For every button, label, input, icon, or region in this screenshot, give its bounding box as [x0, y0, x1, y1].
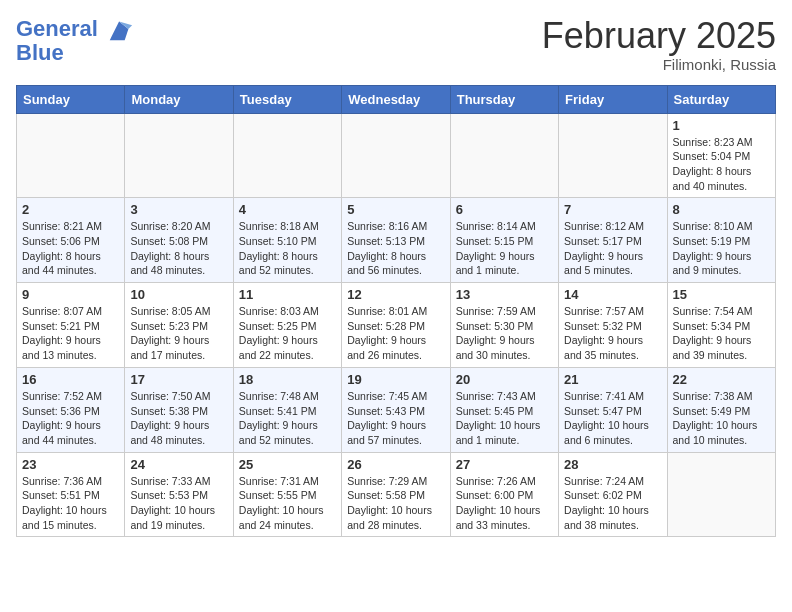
day-info: Sunrise: 8:05 AM Sunset: 5:23 PM Dayligh… — [130, 304, 227, 363]
calendar-cell: 16Sunrise: 7:52 AM Sunset: 5:36 PM Dayli… — [17, 367, 125, 452]
day-info: Sunrise: 8:14 AM Sunset: 5:15 PM Dayligh… — [456, 219, 553, 278]
day-number: 20 — [456, 372, 553, 387]
day-number: 9 — [22, 287, 119, 302]
day-info: Sunrise: 7:45 AM Sunset: 5:43 PM Dayligh… — [347, 389, 444, 448]
calendar-cell: 24Sunrise: 7:33 AM Sunset: 5:53 PM Dayli… — [125, 452, 233, 537]
day-number: 3 — [130, 202, 227, 217]
calendar-cell — [559, 113, 667, 198]
location: Filimonki, Russia — [542, 56, 776, 73]
calendar-cell — [342, 113, 450, 198]
day-info: Sunrise: 8:12 AM Sunset: 5:17 PM Dayligh… — [564, 219, 661, 278]
day-number: 5 — [347, 202, 444, 217]
day-number: 26 — [347, 457, 444, 472]
weekday-header-sunday: Sunday — [17, 85, 125, 113]
calendar-cell: 8Sunrise: 8:10 AM Sunset: 5:19 PM Daylig… — [667, 198, 775, 283]
day-info: Sunrise: 7:36 AM Sunset: 5:51 PM Dayligh… — [22, 474, 119, 533]
calendar-cell: 10Sunrise: 8:05 AM Sunset: 5:23 PM Dayli… — [125, 283, 233, 368]
weekday-header-tuesday: Tuesday — [233, 85, 341, 113]
calendar-cell — [450, 113, 558, 198]
calendar-cell: 15Sunrise: 7:54 AM Sunset: 5:34 PM Dayli… — [667, 283, 775, 368]
calendar-cell — [667, 452, 775, 537]
calendar-cell: 18Sunrise: 7:48 AM Sunset: 5:41 PM Dayli… — [233, 367, 341, 452]
weekday-header-monday: Monday — [125, 85, 233, 113]
day-number: 2 — [22, 202, 119, 217]
day-info: Sunrise: 7:33 AM Sunset: 5:53 PM Dayligh… — [130, 474, 227, 533]
day-info: Sunrise: 7:43 AM Sunset: 5:45 PM Dayligh… — [456, 389, 553, 448]
day-info: Sunrise: 7:38 AM Sunset: 5:49 PM Dayligh… — [673, 389, 770, 448]
day-number: 16 — [22, 372, 119, 387]
calendar-cell: 21Sunrise: 7:41 AM Sunset: 5:47 PM Dayli… — [559, 367, 667, 452]
calendar-cell: 22Sunrise: 7:38 AM Sunset: 5:49 PM Dayli… — [667, 367, 775, 452]
calendar-cell: 13Sunrise: 7:59 AM Sunset: 5:30 PM Dayli… — [450, 283, 558, 368]
calendar-cell: 5Sunrise: 8:16 AM Sunset: 5:13 PM Daylig… — [342, 198, 450, 283]
day-info: Sunrise: 7:31 AM Sunset: 5:55 PM Dayligh… — [239, 474, 336, 533]
day-number: 15 — [673, 287, 770, 302]
day-info: Sunrise: 7:59 AM Sunset: 5:30 PM Dayligh… — [456, 304, 553, 363]
calendar-cell: 1Sunrise: 8:23 AM Sunset: 5:04 PM Daylig… — [667, 113, 775, 198]
weekday-header-wednesday: Wednesday — [342, 85, 450, 113]
day-info: Sunrise: 8:23 AM Sunset: 5:04 PM Dayligh… — [673, 135, 770, 194]
calendar-cell: 7Sunrise: 8:12 AM Sunset: 5:17 PM Daylig… — [559, 198, 667, 283]
calendar-cell: 25Sunrise: 7:31 AM Sunset: 5:55 PM Dayli… — [233, 452, 341, 537]
calendar-cell: 3Sunrise: 8:20 AM Sunset: 5:08 PM Daylig… — [125, 198, 233, 283]
calendar-cell — [17, 113, 125, 198]
day-number: 21 — [564, 372, 661, 387]
day-number: 4 — [239, 202, 336, 217]
calendar-cell: 9Sunrise: 8:07 AM Sunset: 5:21 PM Daylig… — [17, 283, 125, 368]
calendar-cell: 20Sunrise: 7:43 AM Sunset: 5:45 PM Dayli… — [450, 367, 558, 452]
day-number: 28 — [564, 457, 661, 472]
day-number: 14 — [564, 287, 661, 302]
day-number: 23 — [22, 457, 119, 472]
day-info: Sunrise: 8:07 AM Sunset: 5:21 PM Dayligh… — [22, 304, 119, 363]
calendar-cell: 17Sunrise: 7:50 AM Sunset: 5:38 PM Dayli… — [125, 367, 233, 452]
calendar-cell — [233, 113, 341, 198]
day-number: 1 — [673, 118, 770, 133]
day-info: Sunrise: 7:24 AM Sunset: 6:02 PM Dayligh… — [564, 474, 661, 533]
calendar-table: SundayMondayTuesdayWednesdayThursdayFrid… — [16, 85, 776, 538]
weekday-header-friday: Friday — [559, 85, 667, 113]
day-info: Sunrise: 8:16 AM Sunset: 5:13 PM Dayligh… — [347, 219, 444, 278]
day-number: 12 — [347, 287, 444, 302]
day-number: 17 — [130, 372, 227, 387]
day-info: Sunrise: 7:54 AM Sunset: 5:34 PM Dayligh… — [673, 304, 770, 363]
day-info: Sunrise: 8:18 AM Sunset: 5:10 PM Dayligh… — [239, 219, 336, 278]
calendar-cell: 19Sunrise: 7:45 AM Sunset: 5:43 PM Dayli… — [342, 367, 450, 452]
day-info: Sunrise: 8:10 AM Sunset: 5:19 PM Dayligh… — [673, 219, 770, 278]
page-header: General Blue February 2025 Filimonki, Ru… — [16, 16, 776, 73]
day-info: Sunrise: 7:41 AM Sunset: 5:47 PM Dayligh… — [564, 389, 661, 448]
day-number: 11 — [239, 287, 336, 302]
calendar-cell: 14Sunrise: 7:57 AM Sunset: 5:32 PM Dayli… — [559, 283, 667, 368]
day-number: 19 — [347, 372, 444, 387]
day-number: 27 — [456, 457, 553, 472]
day-info: Sunrise: 7:26 AM Sunset: 6:00 PM Dayligh… — [456, 474, 553, 533]
day-number: 8 — [673, 202, 770, 217]
weekday-header-thursday: Thursday — [450, 85, 558, 113]
day-info: Sunrise: 8:01 AM Sunset: 5:28 PM Dayligh… — [347, 304, 444, 363]
day-info: Sunrise: 7:50 AM Sunset: 5:38 PM Dayligh… — [130, 389, 227, 448]
day-number: 25 — [239, 457, 336, 472]
logo: General Blue — [16, 16, 134, 66]
day-info: Sunrise: 8:21 AM Sunset: 5:06 PM Dayligh… — [22, 219, 119, 278]
calendar-cell: 23Sunrise: 7:36 AM Sunset: 5:51 PM Dayli… — [17, 452, 125, 537]
day-info: Sunrise: 7:48 AM Sunset: 5:41 PM Dayligh… — [239, 389, 336, 448]
logo-icon — [106, 16, 134, 44]
calendar-cell: 6Sunrise: 8:14 AM Sunset: 5:15 PM Daylig… — [450, 198, 558, 283]
calendar-cell: 11Sunrise: 8:03 AM Sunset: 5:25 PM Dayli… — [233, 283, 341, 368]
day-number: 6 — [456, 202, 553, 217]
day-info: Sunrise: 8:20 AM Sunset: 5:08 PM Dayligh… — [130, 219, 227, 278]
month-title: February 2025 — [542, 16, 776, 56]
calendar-cell: 4Sunrise: 8:18 AM Sunset: 5:10 PM Daylig… — [233, 198, 341, 283]
day-info: Sunrise: 7:29 AM Sunset: 5:58 PM Dayligh… — [347, 474, 444, 533]
day-number: 22 — [673, 372, 770, 387]
title-block: February 2025 Filimonki, Russia — [542, 16, 776, 73]
calendar-cell: 2Sunrise: 8:21 AM Sunset: 5:06 PM Daylig… — [17, 198, 125, 283]
calendar-cell: 28Sunrise: 7:24 AM Sunset: 6:02 PM Dayli… — [559, 452, 667, 537]
calendar-cell: 27Sunrise: 7:26 AM Sunset: 6:00 PM Dayli… — [450, 452, 558, 537]
weekday-header-saturday: Saturday — [667, 85, 775, 113]
day-info: Sunrise: 7:57 AM Sunset: 5:32 PM Dayligh… — [564, 304, 661, 363]
day-number: 13 — [456, 287, 553, 302]
day-number: 7 — [564, 202, 661, 217]
day-number: 10 — [130, 287, 227, 302]
calendar-cell: 26Sunrise: 7:29 AM Sunset: 5:58 PM Dayli… — [342, 452, 450, 537]
calendar-cell — [125, 113, 233, 198]
